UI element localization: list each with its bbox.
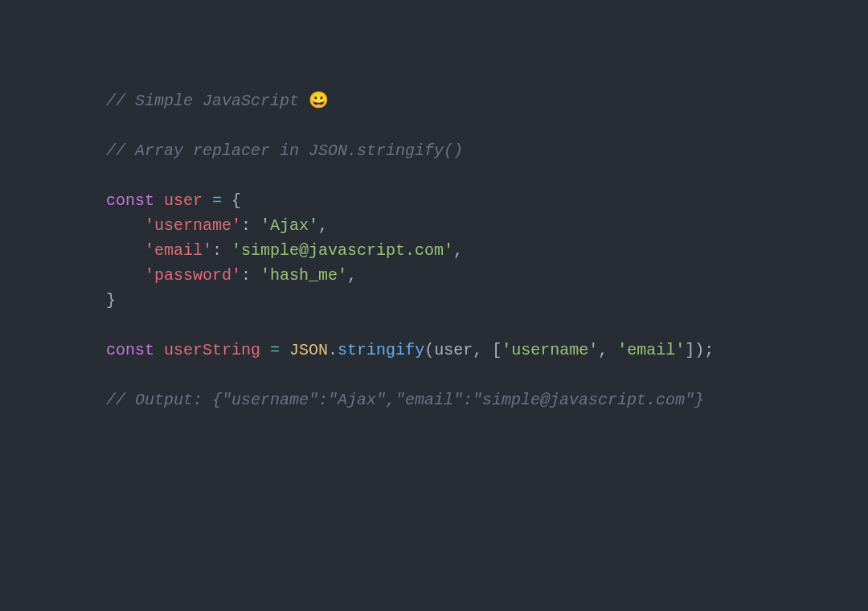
builtin-json: JSON — [289, 341, 328, 359]
comma: , — [347, 266, 357, 285]
keyword-const: const — [106, 341, 154, 359]
dot: . — [328, 341, 338, 359]
variable-user: user — [164, 191, 203, 210]
comma: , — [318, 216, 328, 235]
paren-open: ( — [424, 341, 434, 359]
prop-email: 'email' — [145, 241, 212, 260]
code-comment-output: // Output: {"username":"Ajax","email":"s… — [106, 391, 704, 409]
comment-text: // Simple JavaScript — [106, 92, 309, 110]
keyword-const: const — [106, 191, 154, 210]
string-ajax: 'Ajax' — [260, 216, 318, 235]
string-email: 'simple@javascript.com' — [231, 241, 453, 260]
indent — [106, 266, 145, 285]
smiley-emoji-icon: 😀 — [309, 92, 329, 110]
variable-userstring: userString — [164, 341, 260, 359]
brace-open: { — [231, 191, 241, 210]
arg-user: user — [434, 341, 473, 359]
operator-equals: = — [260, 341, 289, 359]
brace-close: } — [106, 291, 116, 310]
colon: : — [212, 241, 231, 260]
string-password: 'hash_me' — [260, 266, 347, 285]
method-stringify: stringify — [338, 341, 424, 359]
bracket-close: ] — [685, 341, 694, 359]
indent — [106, 241, 145, 260]
semicolon: ; — [704, 341, 714, 359]
paren-close: ) — [694, 341, 704, 359]
string-username: 'username' — [502, 341, 598, 359]
prop-password: 'password' — [145, 266, 241, 285]
arg-separator: , — [473, 341, 492, 359]
code-comment: // Simple JavaScript 😀 — [106, 92, 329, 110]
bracket-open: [ — [492, 341, 502, 359]
code-editor: // Simple JavaScript 😀 // Array replacer… — [0, 0, 868, 412]
prop-username: 'username' — [145, 216, 241, 235]
comma: , — [453, 241, 463, 260]
colon: : — [241, 216, 260, 235]
code-comment: // Array replacer in JSON.stringify() — [106, 141, 463, 160]
string-email-key: 'email' — [617, 341, 685, 359]
arr-separator: , — [598, 341, 617, 359]
colon: : — [241, 266, 260, 285]
indent — [106, 216, 145, 235]
operator-equals: = — [203, 191, 231, 210]
